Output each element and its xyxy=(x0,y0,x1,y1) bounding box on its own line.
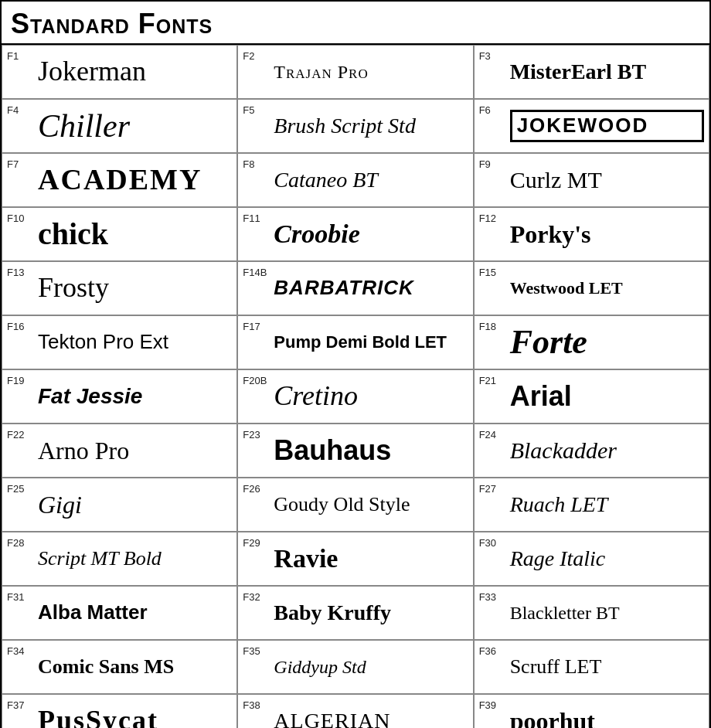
font-cell: F5Brush Script Std xyxy=(237,99,473,153)
font-name: Gigi xyxy=(38,490,232,519)
font-code: F5 xyxy=(243,103,269,116)
font-cell: F22Arno Pro xyxy=(2,424,237,478)
font-name: Giddyup Std xyxy=(274,656,468,679)
font-name: Arno Pro xyxy=(38,436,232,465)
font-name: Curlz MT xyxy=(510,166,704,194)
font-code: F12 xyxy=(479,211,505,224)
font-code: F32 xyxy=(243,590,269,603)
font-code: F16 xyxy=(7,319,33,332)
font-name: Arial xyxy=(510,379,704,413)
font-code: F10 xyxy=(7,211,33,224)
font-code: F20B xyxy=(243,373,269,386)
font-name: JOKEWOOD xyxy=(510,110,704,141)
font-name: Script MT Bold xyxy=(38,546,232,570)
font-cell: F10chick xyxy=(2,207,237,261)
font-name: Fat Jessie xyxy=(38,383,232,410)
font-cell: F13Frosty xyxy=(2,261,237,315)
font-code: F38 xyxy=(243,698,269,711)
font-code: F1 xyxy=(7,49,33,62)
font-code: F28 xyxy=(7,536,33,549)
font-cell: F12Porky's xyxy=(474,207,709,261)
font-code: F13 xyxy=(7,265,33,278)
font-name: Trajan Pro xyxy=(274,61,468,83)
font-cell: F15Westwood LET xyxy=(474,261,709,315)
font-code: F36 xyxy=(479,644,505,657)
font-name: Alba Matter xyxy=(38,600,232,624)
font-cell: F21Arial xyxy=(474,369,709,424)
font-name: MisterEarl BT xyxy=(510,59,704,85)
font-cell: F9Curlz MT xyxy=(474,153,709,207)
font-name: ALGERIAN xyxy=(274,708,468,728)
font-code: F37 xyxy=(7,698,33,711)
font-code: F4 xyxy=(7,103,33,116)
font-code: F18 xyxy=(479,319,505,332)
font-cell: F23Bauhaus xyxy=(237,424,473,478)
font-code: F3 xyxy=(479,49,505,62)
font-code: F25 xyxy=(7,481,33,495)
font-name: Brush Script Std xyxy=(274,113,468,139)
font-name: Ruach LET xyxy=(510,492,704,518)
font-code: F15 xyxy=(479,265,505,278)
font-cell: F3MisterEarl BT xyxy=(474,45,709,99)
font-code: F26 xyxy=(243,481,269,495)
font-cell: F37PusSycat xyxy=(2,694,237,728)
standard-fonts-page: Standard Fonts F1JokermanF2Trajan ProF3M… xyxy=(0,0,711,728)
font-code: F2 xyxy=(243,49,269,62)
font-code: F11 xyxy=(243,211,269,224)
font-cell: F27Ruach LET xyxy=(474,478,709,532)
font-cell: F28Script MT Bold xyxy=(2,532,237,586)
font-code: F9 xyxy=(479,157,505,170)
font-cell: F7ACADEMY xyxy=(2,153,237,207)
font-code: F30 xyxy=(479,536,505,549)
font-name: Baby Kruffy xyxy=(274,600,468,626)
font-name: Chiller xyxy=(38,107,232,145)
font-code: F21 xyxy=(479,373,505,386)
font-name: Bauhaus xyxy=(274,434,468,467)
font-name: Blackletter BT xyxy=(510,602,704,624)
font-name: Forte xyxy=(510,322,704,363)
font-cell: F25Gigi xyxy=(2,478,237,532)
font-cell: F6JOKEWOOD xyxy=(474,99,709,153)
font-cell: F16Tekton Pro Ext xyxy=(2,315,237,369)
font-code: F24 xyxy=(479,427,505,441)
font-cell: F33Blackletter BT xyxy=(474,586,709,640)
font-code: F6 xyxy=(479,103,505,116)
font-code: F22 xyxy=(7,427,33,441)
font-cell: F4Chiller xyxy=(2,99,237,153)
font-cell: F26Goudy Old Style xyxy=(237,478,473,532)
page-title: Standard Fonts xyxy=(2,2,709,45)
font-cell: F34Comic Sans MS xyxy=(2,640,237,694)
font-name: Pump Demi Bold LET xyxy=(274,332,468,352)
font-code: F29 xyxy=(243,536,269,549)
font-code: F8 xyxy=(243,157,269,170)
font-name: Goudy Old Style xyxy=(274,492,468,516)
font-name: Jokerman xyxy=(38,55,232,88)
font-cell: F19Fat Jessie xyxy=(2,369,237,424)
font-cell: F20BCretino xyxy=(237,369,473,424)
font-name: PusSycat xyxy=(38,704,232,728)
font-code: F35 xyxy=(243,644,269,657)
font-code: F27 xyxy=(479,481,505,495)
font-name: Rage Italic xyxy=(510,546,704,572)
font-cell: F36Scruff LET xyxy=(474,640,709,694)
font-code: F23 xyxy=(243,427,269,441)
font-code: F7 xyxy=(7,157,33,170)
font-name: Westwood LET xyxy=(510,278,704,298)
font-name: Scruff LET xyxy=(510,655,704,679)
font-name: poorhut xyxy=(510,706,704,728)
font-cell: F38ALGERIAN xyxy=(237,694,473,728)
font-name: Comic Sans MS xyxy=(38,655,232,679)
font-code: F31 xyxy=(7,590,33,603)
font-cell: F8Cataneo BT xyxy=(237,153,473,207)
font-code: F17 xyxy=(243,319,269,332)
font-cell: F35Giddyup Std xyxy=(237,640,473,694)
font-cell: F29Ravie xyxy=(237,532,473,586)
font-name: Cretino xyxy=(274,379,468,413)
font-cell: F17Pump Demi Bold LET xyxy=(237,315,473,369)
fonts-grid: F1JokermanF2Trajan ProF3MisterEarl BTF4C… xyxy=(2,45,709,728)
font-name: Ravie xyxy=(274,543,468,575)
font-cell: F24Blackadder xyxy=(474,424,709,478)
font-name: Frosty xyxy=(38,271,232,304)
font-cell: F30Rage Italic xyxy=(474,532,709,586)
font-code: F19 xyxy=(7,373,33,386)
